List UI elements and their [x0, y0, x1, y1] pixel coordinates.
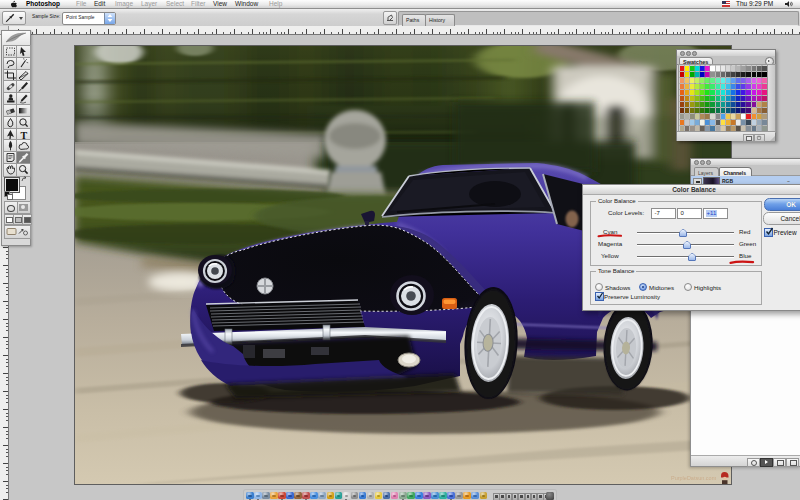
svg-text:T: T — [20, 129, 27, 140]
svg-text:PurpleDatsun.com: PurpleDatsun.com — [671, 475, 717, 481]
